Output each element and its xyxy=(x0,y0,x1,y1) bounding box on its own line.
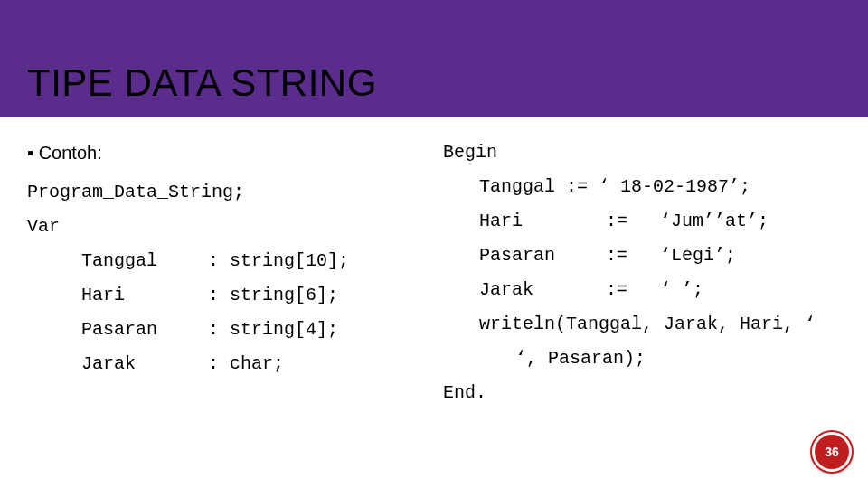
decl-row: Tanggal : string[10]; xyxy=(81,244,425,278)
body-area: ▪ Contoh: Program_Data_String; Var Tangg… xyxy=(0,117,868,410)
assign-row: Tanggal := ‘ 18-02-1987’; xyxy=(479,170,841,204)
right-column: Begin Tanggal := ‘ 18-02-1987’; Hari := … xyxy=(443,136,841,410)
contoh-heading: ▪ Contoh: xyxy=(27,136,425,170)
assign-val: ‘Legi’; xyxy=(660,239,736,273)
decl-row: Jarak : char; xyxy=(81,347,425,381)
end-keyword: End. xyxy=(443,376,841,410)
writeln-line: writeln(Tanggal, Jarak, Hari, ‘ ‘, Pasar… xyxy=(479,307,841,376)
assign-name: Hari xyxy=(479,204,606,239)
decl-name: Jarak xyxy=(81,347,208,381)
decl-type: : string[6]; xyxy=(208,278,338,313)
decl-type: : string[4]; xyxy=(208,313,338,347)
decl-type: : string[10]; xyxy=(208,244,349,278)
assign-val: ‘ ’; xyxy=(660,273,703,307)
var-keyword: Var xyxy=(27,210,425,244)
page-number: 36 xyxy=(825,445,839,459)
program-decl: Program_Data_String; xyxy=(27,175,425,210)
contoh-label: Contoh: xyxy=(39,143,102,163)
slide-title: TIPE DATA STRING xyxy=(27,61,377,105)
decl-name: Hari xyxy=(81,278,208,313)
decl-row: Pasaran : string[4]; xyxy=(81,313,425,347)
assign-row: Hari := ‘Jum’’at’; xyxy=(479,204,841,239)
assign-val: ‘Jum’’at’; xyxy=(660,204,769,239)
decl-type: : char; xyxy=(208,347,284,381)
begin-keyword: Begin xyxy=(443,136,841,170)
assign-row: Pasaran := ‘Legi’; xyxy=(479,239,841,273)
page-number-badge: 36 xyxy=(812,432,852,472)
assign-row: Jarak := ‘ ’; xyxy=(479,273,841,307)
title-bar: TIPE DATA STRING xyxy=(0,0,868,117)
assign-op: := xyxy=(606,204,660,239)
decl-name: Tanggal xyxy=(81,244,208,278)
decl-row: Hari : string[6]; xyxy=(81,278,425,313)
assign-op: := xyxy=(606,273,660,307)
assign-op: := xyxy=(606,239,660,273)
decl-name: Pasaran xyxy=(81,313,208,347)
assign-name: Jarak xyxy=(479,273,606,307)
left-column: ▪ Contoh: Program_Data_String; Var Tangg… xyxy=(27,136,425,410)
assign-name: Pasaran xyxy=(479,239,606,273)
